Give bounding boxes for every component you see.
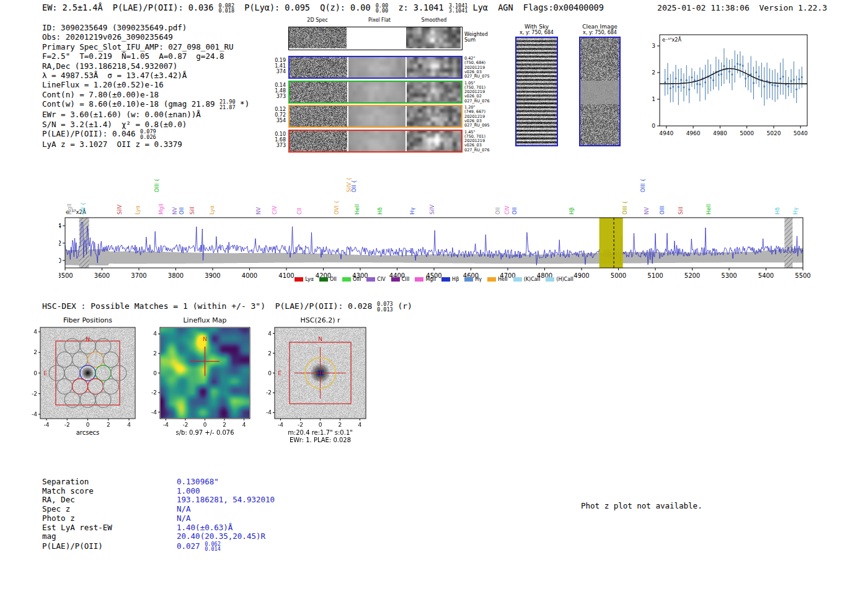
spectral-line-label: NV — [644, 207, 650, 215]
legend-item: Hγ — [464, 277, 482, 282]
cleanimage-coords: x, y: 750, 684 — [575, 30, 624, 35]
legend-item: CIII — [391, 277, 410, 282]
text-run: Obs: 20201219v026_3090235649 — [42, 32, 173, 42]
legend-item: Hβ — [441, 277, 459, 282]
right-label: 027_RU_076 — [464, 99, 490, 104]
match-value: N/A — [177, 504, 191, 513]
legend-swatch — [441, 277, 450, 282]
match-label: mag — [42, 532, 177, 541]
spectral-line-label: OIII { — [622, 201, 628, 215]
plot-text: -2 — [182, 422, 188, 428]
match-row: Photo zN/A — [42, 514, 275, 523]
legend-swatch — [513, 277, 522, 282]
spec2d-row — [288, 105, 463, 128]
plot-text: 4 — [59, 223, 61, 229]
stacked-uncertainty: 0.0820.018 — [218, 3, 234, 14]
legend-item: Lyα — [294, 277, 314, 282]
info-line: LineFlux = 1.20(±0.52)e-16 — [42, 80, 249, 89]
info-line: Cont(n) = 7.80(±0.00)e-18 — [42, 90, 249, 99]
cleanimage-title: Clean Image — [575, 24, 624, 30]
text-run: F=2.5" T=0.219 N̄=1.05 A=0.87 g=24.8 — [42, 51, 224, 61]
plot-text: 2 — [153, 350, 157, 357]
spectral-line-label: HeII — [706, 204, 712, 215]
match-label: Est LyA rest-EW — [42, 523, 177, 533]
plot-text: -4 — [151, 409, 157, 415]
weighted-label-line2: Sum — [464, 37, 488, 43]
lineflux-map-panel: Lineflux Map -4-4-2-2002244N s/b: 0.97 +… — [160, 316, 250, 436]
plot-text: -4 — [32, 411, 37, 417]
match-value: 1.000 — [177, 486, 200, 495]
sub-value: 0.013 — [377, 307, 393, 313]
match-row: mag20.40(20.35,20.45)R — [42, 532, 275, 541]
spectral-line-label: MgII — [158, 203, 164, 215]
hsc-image-title: HSC(26.2) r — [275, 316, 366, 326]
plot-text: 3500 — [59, 272, 73, 279]
lineflux-caption: s/b: 0.97 +/- 0.076 — [160, 429, 250, 436]
match-value-text: 0.027 — [177, 541, 205, 551]
left-label: 0.14 — [267, 82, 286, 88]
legend-item: (H)CaII — [546, 277, 573, 282]
plot-text: 1 — [652, 96, 655, 102]
match-value-text: 1.40(±0.63)Å — [177, 523, 232, 532]
spec2d-row — [288, 81, 463, 104]
header-summary: EW: 2.5±1.4Å P(LAE)/P(OII): 0.036 0.0820… — [42, 2, 604, 14]
plot-text: 4980 — [713, 130, 727, 136]
legend-label: MgII — [425, 277, 436, 282]
photz-note: Phot z plot not available. — [581, 501, 702, 510]
spectral-line-label: OIII { — [154, 179, 160, 192]
plot-text: 4 — [33, 329, 37, 335]
spec2d-cell-image — [407, 57, 461, 78]
hsc-match-header: HSC-DEX : Possible Matches = 1 (within +… — [42, 301, 412, 312]
info-line: S/N = 3.2(±1.4) χ² = 0.8(±0.0) — [42, 120, 249, 129]
right-label: 027_RU_076 — [464, 148, 490, 153]
spectrum-legend: LyαOIIOIIICIVCIIIMgIIHβHγHeII(K)CaII(H)C… — [211, 277, 657, 282]
info-line: P(LAE)/P(OII): 0.046 0.0790.026 — [42, 129, 249, 140]
detection-info-block: ID: 3090235649 (3090235649.pdf)Obs: 2020… — [42, 23, 249, 149]
info-line: Obs: 20201219v026_3090235649 — [42, 32, 249, 42]
plot-text: 2 — [33, 349, 37, 355]
text-run: LineFlux = 1.20(±0.52)e-16 — [42, 80, 164, 89]
weighted-label-line1: Weighted — [464, 32, 488, 37]
match-row: P(LAE)/P(OII)0.027 0.0620.014 — [42, 541, 275, 552]
left-label: 0.10 — [267, 131, 286, 137]
plot-text: 0 — [319, 422, 322, 428]
match-value-text: N/A — [177, 513, 191, 523]
lineflux-map-title: Lineflux Map — [160, 316, 250, 326]
stacked-uncertainty: 0.0620.014 — [205, 541, 221, 552]
legend-swatch — [546, 277, 554, 282]
left-label: 1.68 — [267, 137, 286, 143]
text-run: λ = 4987.53Å σ = 13.47(±3.42)Å — [42, 71, 187, 80]
weighted-sum-row — [288, 27, 463, 50]
info-line: λ = 4987.53Å σ = 13.47(±3.42)Å — [42, 71, 249, 80]
col-title-smoothed: Smoothed — [422, 17, 447, 23]
plot-text: 3700 — [131, 272, 146, 279]
stacked-uncertainty: 0.000.00 — [376, 3, 388, 14]
full-spectrum-plot: 3500360037003800390040004100420043004400… — [59, 162, 812, 287]
hsc-image — [275, 328, 365, 418]
plot-text: 5040 — [794, 130, 808, 136]
spec2d-left-labels: 0.120.72354 — [267, 107, 286, 123]
left-label: 0.12 — [267, 107, 286, 112]
left-label: 373 — [267, 94, 286, 99]
legend-item: CIV — [366, 277, 385, 282]
plot-text: 3800 — [168, 272, 184, 279]
spec2d-cell-image — [289, 27, 347, 48]
spectral-line-label: SiII — [189, 207, 195, 215]
masked-region — [784, 218, 792, 268]
plot-text: 0 — [203, 422, 207, 428]
plot-text: 4940 — [659, 130, 673, 136]
gaussian-fit-curve — [660, 69, 807, 84]
legend-label: (H)CaII — [556, 277, 573, 282]
hsc-caption2: EWr: 1. PLAE: 0.028 — [275, 437, 366, 443]
withsky-panel — [515, 37, 558, 146]
match-value-text: N/A — [177, 504, 191, 513]
zoom-spectrum-plot: 4940496049805000502050400123e⁻¹⁷x2Å — [645, 30, 818, 141]
spectral-line-label: Hδ — [377, 207, 383, 215]
plot-text: 0 — [59, 257, 61, 264]
left-label: 374 — [267, 69, 286, 74]
plot-text: 4 — [153, 331, 157, 337]
spec2d-left-labels: 0.191.41374 — [267, 58, 286, 74]
right-label: 027_RU_095 — [464, 123, 490, 128]
fiber-positions-title: Fiber Positions — [40, 316, 135, 326]
legend-label: (K)CaII — [524, 277, 541, 282]
